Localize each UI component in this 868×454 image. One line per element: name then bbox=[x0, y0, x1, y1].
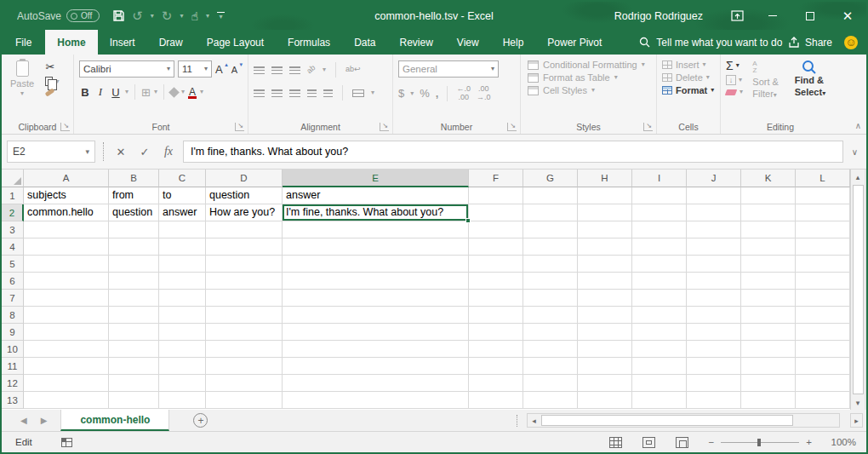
borders-dropdown-icon[interactable]: ▾ bbox=[154, 89, 157, 95]
increase-font-size-icon[interactable]: A▴ bbox=[215, 63, 228, 76]
cell[interactable] bbox=[741, 392, 796, 409]
cell[interactable] bbox=[159, 375, 206, 392]
cell[interactable] bbox=[469, 238, 523, 256]
cell[interactable] bbox=[159, 221, 206, 238]
normal-view-icon[interactable] bbox=[609, 437, 622, 448]
column-header-h[interactable]: H bbox=[578, 170, 632, 187]
row-header-3[interactable]: 3 bbox=[2, 221, 24, 238]
font-color-icon[interactable]: A bbox=[188, 86, 197, 98]
delete-cells-button[interactable]: Delete▾ bbox=[662, 72, 717, 83]
cell[interactable] bbox=[206, 273, 283, 290]
row-header-10[interactable]: 10 bbox=[2, 341, 24, 358]
cell[interactable] bbox=[578, 375, 632, 392]
scroll-down-icon[interactable]: ▾ bbox=[851, 395, 865, 410]
autosave-toggle[interactable]: AutoSave Off bbox=[17, 9, 100, 22]
font-size-dropdown-icon[interactable]: ▾ bbox=[204, 66, 208, 72]
cell[interactable] bbox=[796, 221, 850, 238]
cell[interactable] bbox=[283, 358, 469, 375]
cell[interactable] bbox=[109, 238, 159, 256]
cell[interactable] bbox=[578, 341, 632, 358]
copy-button[interactable]: ▾ bbox=[45, 77, 59, 86]
cell[interactable] bbox=[469, 375, 523, 392]
cell[interactable] bbox=[523, 273, 578, 290]
cell[interactable] bbox=[469, 273, 523, 290]
select-all-corner[interactable] bbox=[2, 170, 24, 187]
cell[interactable] bbox=[206, 256, 283, 273]
cell[interactable] bbox=[796, 238, 850, 256]
merge-dropdown-icon[interactable]: ▾ bbox=[371, 89, 374, 96]
number-dialog-launcher-icon[interactable]: ↘ bbox=[507, 123, 517, 131]
cell[interactable] bbox=[159, 341, 206, 358]
maximize-button[interactable] bbox=[791, 2, 829, 30]
cell[interactable] bbox=[109, 375, 159, 392]
paste-button[interactable]: Paste ▾ bbox=[10, 60, 34, 97]
cell[interactable] bbox=[523, 256, 578, 273]
touch-mode-dropdown-icon[interactable]: ▾ bbox=[206, 13, 209, 20]
align-top-icon[interactable] bbox=[254, 66, 265, 74]
cell[interactable] bbox=[206, 307, 283, 324]
page-break-view-icon[interactable] bbox=[676, 437, 688, 448]
cell[interactable] bbox=[109, 392, 159, 409]
cell[interactable] bbox=[109, 324, 159, 341]
zoom-level[interactable]: 100% bbox=[820, 437, 856, 447]
cell-d1[interactable]: question bbox=[206, 187, 283, 204]
percent-style-icon[interactable]: % bbox=[420, 87, 430, 100]
decrease-decimal-icon[interactable]: .00 →.0 bbox=[477, 85, 491, 102]
cell[interactable] bbox=[159, 256, 206, 273]
cell[interactable] bbox=[469, 221, 523, 238]
clipboard-dialog-launcher-icon[interactable]: ↘ bbox=[60, 123, 70, 131]
cell[interactable] bbox=[578, 290, 632, 307]
sheet-next-icon[interactable]: ▶ bbox=[41, 416, 48, 425]
cell[interactable] bbox=[24, 375, 109, 392]
row-header-11[interactable]: 11 bbox=[2, 358, 24, 375]
cancel-button[interactable]: ✕ bbox=[111, 146, 130, 158]
macro-record-icon[interactable] bbox=[61, 438, 72, 447]
save-icon[interactable] bbox=[113, 10, 124, 21]
vertical-scroll-thumb[interactable] bbox=[853, 185, 864, 394]
row-header-12[interactable]: 12 bbox=[2, 375, 24, 392]
scroll-left-icon[interactable]: ◂ bbox=[528, 417, 540, 425]
fill-color-dropdown-icon[interactable]: ▾ bbox=[181, 89, 185, 95]
cell[interactable] bbox=[24, 341, 109, 358]
cell[interactable] bbox=[632, 238, 687, 256]
active-cell-e2[interactable]: I'm fine, thanks. What about you? bbox=[283, 204, 469, 221]
cell[interactable] bbox=[109, 358, 159, 375]
cell[interactable] bbox=[24, 307, 109, 324]
row-header-8[interactable]: 8 bbox=[2, 307, 24, 324]
tab-home[interactable]: Home bbox=[45, 30, 97, 55]
merge-center-icon[interactable] bbox=[352, 89, 364, 97]
cell[interactable] bbox=[741, 221, 796, 238]
cell[interactable] bbox=[159, 273, 206, 290]
cell[interactable] bbox=[578, 273, 632, 290]
cell[interactable] bbox=[687, 273, 741, 290]
cell-d2[interactable]: How are you? bbox=[206, 204, 283, 221]
cell[interactable] bbox=[206, 341, 283, 358]
decrease-indent-icon[interactable] bbox=[307, 89, 317, 97]
cell[interactable] bbox=[578, 187, 632, 204]
cell[interactable] bbox=[159, 358, 206, 375]
format-cells-button[interactable]: Format▾ bbox=[662, 85, 717, 95]
cell[interactable] bbox=[796, 375, 850, 392]
cell[interactable] bbox=[109, 307, 159, 324]
cell[interactable] bbox=[109, 290, 159, 307]
cell[interactable] bbox=[159, 392, 206, 409]
cell[interactable] bbox=[687, 238, 741, 256]
cell[interactable] bbox=[578, 358, 632, 375]
accounting-format-icon[interactable]: $ bbox=[398, 87, 404, 100]
cell[interactable] bbox=[206, 324, 283, 341]
cell[interactable] bbox=[796, 341, 850, 358]
tab-view[interactable]: View bbox=[445, 30, 491, 55]
cell[interactable] bbox=[206, 238, 283, 256]
formula-input[interactable]: I'm fine, thanks. What about you? bbox=[183, 141, 843, 163]
cell[interactable] bbox=[687, 256, 741, 273]
minimize-button[interactable] bbox=[754, 2, 791, 30]
align-left-icon[interactable] bbox=[254, 89, 265, 97]
zoom-slider-thumb[interactable] bbox=[757, 439, 761, 446]
cell[interactable] bbox=[469, 187, 523, 204]
tell-me-box[interactable]: Tell me what you want to do bbox=[639, 30, 782, 55]
cell[interactable] bbox=[578, 307, 632, 324]
tab-review[interactable]: Review bbox=[387, 30, 444, 55]
cell-b2[interactable]: question bbox=[109, 204, 159, 221]
cell[interactable] bbox=[632, 187, 687, 204]
new-sheet-icon[interactable]: + bbox=[193, 413, 208, 428]
